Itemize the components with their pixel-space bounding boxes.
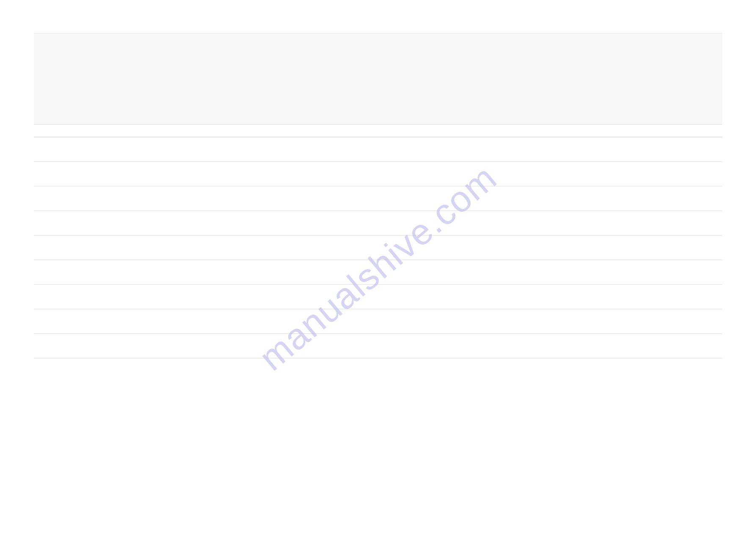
rule-line: [34, 309, 722, 334]
header-block: [34, 33, 722, 125]
ruled-lines: [34, 125, 722, 358]
rule-line: [34, 236, 722, 260]
rule-line: [34, 186, 722, 211]
rule-line: [34, 125, 722, 137]
rule-line: [34, 211, 722, 236]
rule-line: [34, 162, 722, 186]
rule-line: [34, 285, 722, 309]
rule-line: [34, 137, 722, 162]
rule-line: [34, 334, 722, 358]
document-page: manualshive.com: [0, 0, 756, 535]
rule-line: [34, 260, 722, 285]
